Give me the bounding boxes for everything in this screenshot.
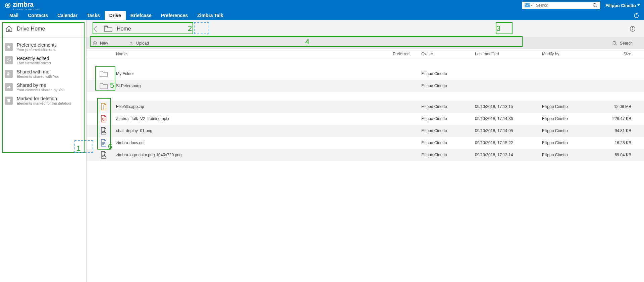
file-size: 226.47 KB (596, 116, 639, 121)
svg-point-1 (7, 4, 9, 6)
search-icon (612, 41, 617, 46)
svg-line-4 (596, 6, 597, 7)
chevron-down-icon (637, 4, 640, 6)
tab-zimbra-talk[interactable]: Zimbra Talk (193, 11, 228, 20)
sidebar-item-recent[interactable]: Recently editedLast elements edited (0, 54, 86, 67)
star-icon (5, 43, 13, 51)
table-row[interactable]: Zimbra_Talk_V2_training.pptx Filippo Cin… (87, 113, 644, 125)
sidebar: Drive Home Preferred elementsYour prefer… (0, 20, 87, 282)
file-owner: Filippo Cinetto (421, 104, 475, 109)
home-icon (5, 25, 13, 33)
col-name[interactable]: Name (116, 52, 381, 56)
file-name: Zimbra_Talk_V2_training.pptx (116, 116, 381, 121)
new-label: New (100, 41, 108, 46)
col-owner[interactable]: Owner (421, 52, 475, 56)
file-owner: Filippo Cinetto (421, 116, 475, 121)
info-button[interactable] (629, 25, 636, 32)
file-size: 16.28 KB (596, 140, 639, 145)
file-size: 12.08 MB (596, 104, 639, 109)
file-last-modified: 09/10/2018, 17:13:15 (475, 104, 542, 109)
tab-mail[interactable]: Mail (5, 11, 23, 20)
sidebar-item-label: Shared with me (17, 69, 59, 74)
content-area: Home New Upload Search Na (87, 20, 644, 282)
sidebar-item-label: Marked for deletion (17, 96, 71, 101)
tab-preferences[interactable]: Preferences (156, 11, 193, 20)
plus-circle-icon (93, 41, 97, 46)
app-header: zimbra A SYNACOR PRODUCT Filippo Cinetto (0, 0, 644, 11)
file-name: chat_deploy_01.png (116, 128, 381, 133)
upload-button[interactable]: Upload (127, 41, 155, 46)
zip-file-icon (101, 103, 107, 110)
table-row[interactable]: zimbra-logo-color.png-1040x729.png Filip… (87, 149, 644, 161)
file-name: zimbra-docs.odt (116, 140, 381, 145)
col-modify-by[interactable]: Modify by (542, 52, 596, 56)
search-icon[interactable] (591, 3, 599, 8)
sidebar-item-sub: Elements marked for the deletion (17, 101, 71, 105)
table-row[interactable]: zimbra-docs.odt Filippo Cinetto 09/10/20… (87, 137, 644, 149)
sidebar-home[interactable]: Drive Home (0, 20, 86, 38)
search-input[interactable] (534, 2, 591, 8)
document-file-icon (101, 139, 107, 147)
col-preferred[interactable]: Preferred (381, 52, 421, 56)
sidebar-item-sub: Last elements edited (17, 61, 51, 65)
clock-icon (5, 56, 13, 64)
table-row[interactable]: St.Petersburg Filippo Cinetto (87, 80, 644, 92)
table-row[interactable]: My Folder Filippo Cinetto (87, 68, 644, 80)
file-modify-by: Filippo Cinetto (542, 116, 596, 121)
file-owner: Filippo Cinetto (421, 83, 475, 88)
back-button[interactable] (91, 25, 99, 33)
tab-tasks[interactable]: Tasks (82, 11, 105, 20)
folder-icon (104, 25, 113, 33)
tab-contacts[interactable]: Contacts (23, 11, 53, 20)
sidebar-item-label: Preferred elements (17, 42, 57, 48)
sidebar-item-sub: Elements shared with You (17, 74, 59, 78)
sidebar-item-shared-by-me[interactable]: Shared by meYour elements shared by You (0, 80, 86, 94)
svg-rect-2 (525, 3, 530, 7)
file-size: 94.81 KB (596, 128, 639, 133)
table-row[interactable]: FileZilla.app.zip Filippo Cinetto 09/10/… (87, 101, 644, 113)
user-menu[interactable]: Filippo Cinetto (605, 3, 640, 8)
search-scope-dropdown[interactable] (523, 3, 534, 7)
col-size[interactable]: Size (596, 52, 639, 56)
svg-point-10 (632, 27, 633, 28)
sidebar-item-shared-with-me[interactable]: Shared with meElements shared with You (0, 67, 86, 80)
breadcrumb-bar: Home (87, 20, 644, 38)
sidebar-item-trash[interactable]: Marked for deletionElements marked for t… (0, 94, 86, 107)
svg-rect-8 (7, 99, 11, 100)
logo-text: zimbra (13, 1, 41, 8)
file-name: My Folder (116, 71, 381, 76)
search-files-button[interactable]: Search (606, 41, 639, 46)
col-last-modified[interactable]: Last modified (475, 52, 542, 56)
logo: zimbra A SYNACOR PRODUCT (4, 1, 41, 10)
file-last-modified: 09/10/2018, 17:13:14 (475, 153, 542, 157)
tab-calendar[interactable]: Calendar (53, 11, 82, 20)
svg-point-6 (7, 72, 9, 74)
file-last-modified: 09/10/2018, 17:14:36 (475, 116, 542, 121)
people-plus-icon (5, 70, 13, 78)
table-row[interactable]: chat_deploy_01.png Filippo Cinetto 09/10… (87, 125, 644, 137)
new-button[interactable]: New (91, 41, 114, 46)
file-owner: Filippo Cinetto (421, 128, 475, 133)
global-search[interactable] (522, 2, 600, 9)
file-last-modified: 09/10/2018, 17:15:22 (475, 140, 542, 145)
svg-line-16 (615, 44, 617, 45)
file-modify-by: Filippo Cinetto (542, 128, 596, 133)
svg-rect-18 (102, 118, 105, 120)
upload-icon (129, 41, 133, 46)
sidebar-item-preferred[interactable]: Preferred elementsYour preferred element… (0, 40, 86, 54)
image-file-icon (101, 151, 107, 159)
breadcrumb-label: Home (117, 26, 131, 32)
file-size: 69.04 KB (596, 153, 639, 157)
tab-briefcase[interactable]: Briefcase (126, 11, 156, 20)
sidebar-item-label: Shared by me (17, 82, 65, 88)
folder-icon (99, 82, 108, 90)
file-modify-by: Filippo Cinetto (542, 104, 596, 109)
search-label: Search (620, 41, 633, 46)
file-owner: Filippo Cinetto (421, 153, 475, 157)
svg-point-20 (104, 130, 105, 130)
upload-label: Upload (136, 41, 149, 46)
refresh-button[interactable] (633, 13, 644, 20)
presentation-file-icon (101, 115, 107, 122)
tab-drive[interactable]: Drive (105, 11, 126, 20)
file-modify-by: Filippo Cinetto (542, 140, 596, 145)
